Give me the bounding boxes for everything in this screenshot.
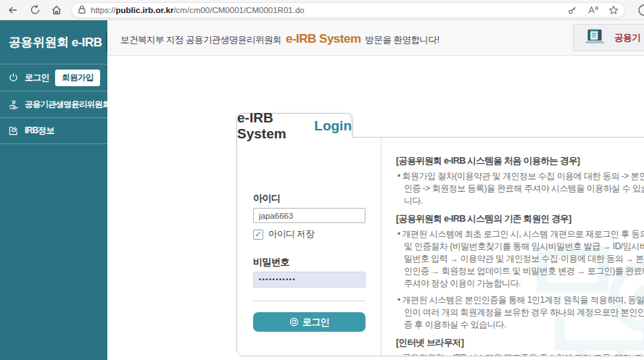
app-title: 공용위원회 e-IRB [9, 34, 102, 51]
notice-bullet: 회원가입 절차(이용약관 및 개인정보 수집 이용에 대한 동의 -> 본인인증… [396, 170, 644, 207]
read-aloud-icon[interactable] [587, 5, 598, 15]
hand-heart-icon [7, 99, 20, 111]
home-icon[interactable] [49, 3, 64, 17]
bullseye-icon [289, 317, 299, 327]
corner-link-label: 공용기 [614, 32, 640, 44]
notice-bullet: 공용위원회 e-IRB 시스템은 웹표준을 준수함에 따라 크롬, 엣지, 파이… [396, 352, 644, 356]
notice-heading: [공용위원회 e-IRB 시스템을 처음 이용하는 경우] [396, 155, 644, 167]
login-panel-tab: e-IRB System Login [236, 113, 352, 138]
save-id-checkbox[interactable]: ✓ [253, 230, 263, 240]
login-button[interactable]: 로그인 [253, 312, 366, 332]
address-bar[interactable]: https://public.irb.or.kr/cm/cm00/CM0001/… [71, 2, 625, 18]
password-input[interactable] [253, 272, 366, 288]
save-id-checkbox-row[interactable]: ✓ 아이디 저장 [253, 228, 365, 240]
browser-toolbar: https://public.irb.or.kr/cm/cm00/CM0001/… [0, 0, 644, 20]
lock-icon[interactable] [78, 5, 86, 14]
id-input[interactable] [253, 208, 366, 223]
notice-heading: [공용위원회 e-IRB 시스템의 기존 회원인 경우] [396, 213, 644, 225]
laptop-document-icon [584, 28, 606, 47]
corner-link[interactable]: 공용기 [573, 24, 644, 51]
notice-bullet: 개편된 시스템은 본인인증을 통해 1인1계정 원칙을 적용하며, 동일인이 여… [396, 294, 644, 331]
login-tab-accent: Login [314, 118, 352, 134]
sidebar-item-label: 공용기관생명윤리위원회 [25, 99, 110, 110]
welcome-message: 보건복지부 지정 공용기관생명윤리위원회 e-IRB System 방문을 환영… [120, 32, 439, 46]
sidebar-item-label: IRB정보 [25, 125, 54, 137]
sidebar-signup-button[interactable]: 회원가입 [55, 70, 100, 86]
login-notice: [공용위원회 e-IRB 시스템을 처음 이용하는 경우] 회원가입 절차(이용… [381, 138, 644, 356]
login-button-label: 로그인 [302, 316, 330, 329]
star-icon[interactable] [608, 5, 619, 15]
refresh-icon[interactable] [28, 3, 42, 17]
key-icon[interactable] [567, 5, 577, 15]
password-label: 비밀번호 [253, 256, 365, 269]
welcome-banner: 보건복지부 지정 공용기관생명윤리위원회 e-IRB System 방문을 환영… [107, 20, 644, 56]
login-form: 아이디 ✓ 아이디 저장 비밀번호 로그인 [237, 138, 381, 356]
partial-edge-icon[interactable] [637, 3, 644, 17]
power-icon [7, 72, 20, 84]
form-divider [253, 301, 366, 301]
login-tab-title: e-IRB System [237, 110, 310, 142]
back-icon[interactable] [6, 3, 20, 17]
notice-bullet: 개편된 시스템에 최초 로그인 시, 시스템 개편으로 재로그인 후 동의 및 … [396, 228, 644, 290]
login-panel: 아이디 ✓ 아이디 저장 비밀번호 로그인 [공용위원회 e-IRB 시스템을 … [236, 137, 644, 356]
sidebar: 공용위원회 e-IRB 로그인 회원가입 공용기관생명윤리위원회 IRB정보 [0, 20, 107, 360]
edit-pencil-icon [7, 125, 20, 137]
sidebar-item-login[interactable]: 로그인 회원가입 [0, 64, 107, 91]
save-id-label: 아이디 저장 [268, 228, 314, 240]
sidebar-item-irb-info[interactable]: IRB정보 [0, 117, 107, 144]
page: https://public.irb.or.kr/cm/cm00/CM0001/… [0, 0, 644, 360]
sidebar-item-label: 로그인 [25, 72, 49, 84]
id-label: 아이디 [253, 193, 281, 204]
url-text: https://public.irb.or.kr/cm/cm00/CM0001/… [91, 6, 561, 14]
notice-heading: [인터넷 브라우저] [396, 337, 644, 349]
banner-highlight: e-IRB System [286, 32, 361, 46]
sidebar-title: 공용위원회 e-IRB [0, 20, 107, 64]
sidebar-item-committee[interactable]: 공용기관생명윤리위원회 [0, 91, 107, 117]
